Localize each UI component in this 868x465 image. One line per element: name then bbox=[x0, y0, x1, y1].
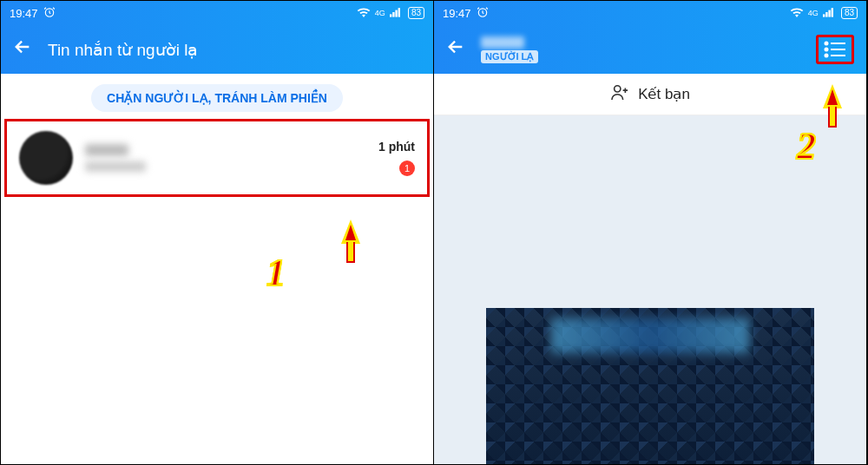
block-banner-row: CHẶN NGƯỜI LẠ, TRÁNH LÀM PHIỀN bbox=[1, 74, 433, 119]
svg-rect-3 bbox=[395, 10, 397, 16]
svg-point-12 bbox=[825, 49, 828, 51]
wifi-icon bbox=[790, 7, 804, 20]
annotation-arrow-stem bbox=[828, 107, 837, 128]
message-time: 1 phút bbox=[378, 140, 415, 154]
svg-rect-2 bbox=[392, 12, 394, 17]
contact-name-blurred bbox=[85, 144, 128, 156]
contact-name-blurred bbox=[481, 36, 524, 49]
wifi-icon bbox=[357, 7, 371, 20]
battery-indicator: 83 bbox=[841, 7, 858, 19]
annotation-arrow bbox=[341, 219, 360, 244]
signal-icon bbox=[390, 7, 404, 20]
block-stranger-button[interactable]: CHẶN NGƯỜI LẠ, TRÁNH LÀM PHIỀN bbox=[91, 84, 343, 112]
svg-point-16 bbox=[615, 86, 621, 92]
svg-rect-6 bbox=[823, 14, 825, 16]
options-menu-button[interactable] bbox=[816, 35, 854, 64]
svg-point-14 bbox=[825, 55, 828, 57]
annotation-number: 1 bbox=[266, 251, 286, 295]
annotation-number: 2 bbox=[797, 124, 816, 168]
back-icon[interactable] bbox=[446, 37, 465, 62]
add-friend-icon bbox=[610, 83, 629, 105]
conversation-preview bbox=[85, 144, 366, 172]
avatar bbox=[19, 131, 73, 185]
signal-icon bbox=[823, 7, 837, 20]
phone-left: 19:47 4G 83 Tin nhắn từ người lạ CHẶN NG… bbox=[1, 1, 434, 464]
battery-indicator: 83 bbox=[408, 7, 424, 19]
unread-badge: 1 bbox=[399, 160, 415, 176]
annotation-arrow-stem bbox=[346, 242, 355, 263]
message-preview-blurred bbox=[85, 161, 146, 172]
svg-rect-4 bbox=[398, 8, 399, 16]
stranger-badge: NGƯỜI LẠ bbox=[481, 50, 538, 63]
add-friend-label: Kết bạn bbox=[638, 85, 690, 103]
header: Tin nhắn từ người lạ bbox=[1, 25, 433, 74]
svg-rect-9 bbox=[831, 8, 832, 16]
svg-point-10 bbox=[825, 43, 828, 45]
status-time: 19:47 bbox=[443, 7, 471, 20]
shared-image-blurred[interactable] bbox=[486, 308, 814, 464]
phone-right: 19:47 4G 83 NGƯỜI LẠ bbox=[434, 1, 867, 464]
network-label: 4G bbox=[808, 10, 819, 17]
svg-rect-8 bbox=[828, 10, 830, 16]
page-title: Tin nhắn từ người lạ bbox=[48, 40, 198, 60]
annotation-arrow bbox=[823, 84, 842, 108]
add-friend-bar[interactable]: Kết bạn bbox=[434, 74, 866, 115]
svg-rect-1 bbox=[390, 14, 391, 16]
header: NGƯỜI LẠ bbox=[434, 25, 866, 74]
network-label: 4G bbox=[375, 10, 385, 17]
status-bar: 19:47 4G 83 bbox=[434, 1, 866, 25]
conversation-item[interactable]: 1 phút 1 bbox=[4, 119, 430, 197]
svg-rect-7 bbox=[825, 12, 827, 17]
status-bar: 19:47 4G 83 bbox=[1, 1, 433, 25]
back-icon[interactable] bbox=[13, 37, 32, 62]
alarm-icon bbox=[477, 6, 489, 21]
alarm-icon bbox=[43, 6, 56, 21]
header-user-info[interactable]: NGƯỜI LẠ bbox=[481, 36, 538, 63]
status-time: 19:47 bbox=[10, 7, 38, 20]
